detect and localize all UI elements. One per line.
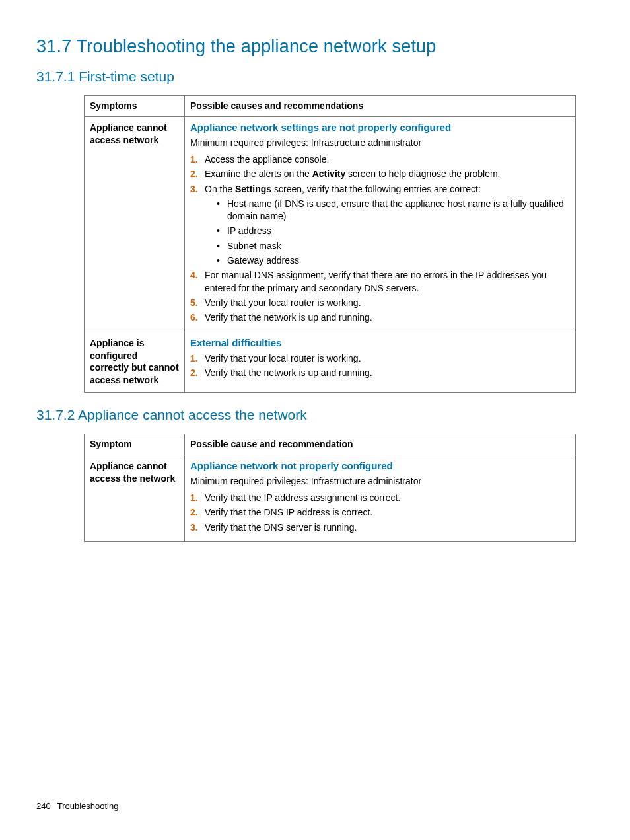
- steps-list: Verify that your local router is working…: [190, 352, 570, 380]
- col-header-causes: Possible causes and recommendations: [185, 96, 576, 117]
- symptom-cell: Appliance cannot access network: [85, 117, 185, 332]
- step-text-pre: On the: [205, 184, 235, 194]
- col-header-symptom: Symptom: [85, 434, 185, 455]
- list-item: Verify that the DNS IP address is correc…: [190, 506, 570, 519]
- symptom-cell: Appliance is configured correctly but ca…: [85, 332, 185, 393]
- list-item: Subnet mask: [205, 240, 570, 252]
- list-item: Host name (if DNS is used, ensure that t…: [205, 198, 570, 223]
- col-header-symptoms: Symptoms: [85, 96, 185, 117]
- list-item: Verify that the network is up and runnin…: [190, 367, 570, 379]
- step-text-post: screen, verify that the following entrie…: [271, 184, 481, 194]
- cause-heading: Appliance network not properly configure…: [190, 460, 570, 471]
- cause-heading: External difficulties: [190, 337, 570, 348]
- table-header-row: Symptom Possible cause and recommendatio…: [85, 434, 576, 455]
- page-footer: 240Troubleshooting: [36, 801, 118, 811]
- list-item: For manual DNS assignment, verify that t…: [190, 269, 570, 295]
- table-row: Appliance cannot access the network Appl…: [85, 455, 576, 542]
- privilege-note: Minimum required privileges: Infrastruct…: [190, 475, 570, 488]
- step-text-bold: Settings: [235, 184, 271, 194]
- section-heading-31-7-2: 31.7.2 Appliance cannot access the netwo…: [36, 407, 594, 423]
- steps-list: Access the appliance console. Examine th…: [190, 153, 570, 325]
- footer-section-name: Troubleshooting: [57, 801, 119, 811]
- list-item: Verify that your local router is working…: [190, 297, 570, 309]
- section-heading-31-7-1: 31.7.1 First-time setup: [36, 69, 594, 85]
- page-content: 31.7 Troubleshooting the appliance netwo…: [0, 0, 630, 542]
- list-item: Access the appliance console.: [190, 153, 570, 166]
- cause-cell: Appliance network settings are not prope…: [185, 117, 576, 332]
- list-item: IP address: [205, 225, 570, 237]
- table-header-row: Symptoms Possible causes and recommendat…: [85, 96, 576, 117]
- list-item: Verify that the IP address assignment is…: [190, 492, 570, 504]
- step-text-post: screen to help diagnose the problem.: [345, 169, 500, 179]
- list-item: Examine the alerts on the Activity scree…: [190, 168, 570, 180]
- table-row: Appliance cannot access network Applianc…: [85, 117, 576, 332]
- troubleshooting-table-first-time-setup: Symptoms Possible causes and recommendat…: [84, 95, 576, 393]
- symptom-cell: Appliance cannot access the network: [85, 455, 185, 542]
- cause-cell: External difficulties Verify that your l…: [185, 332, 576, 393]
- col-header-cause: Possible cause and recommendation: [185, 434, 576, 455]
- cause-cell: Appliance network not properly configure…: [185, 455, 576, 542]
- list-item: Verify that the network is up and runnin…: [190, 311, 570, 324]
- privilege-note: Minimum required privileges: Infrastruct…: [190, 137, 570, 149]
- list-item: Verify that your local router is working…: [190, 352, 570, 365]
- step-text-pre: Examine the alerts on the: [205, 169, 312, 179]
- list-item: On the Settings screen, verify that the …: [190, 183, 570, 268]
- section-heading-31-7: 31.7 Troubleshooting the appliance netwo…: [36, 36, 594, 57]
- steps-list: Verify that the IP address assignment is…: [190, 492, 570, 534]
- list-item: Gateway address: [205, 254, 570, 267]
- table-row: Appliance is configured correctly but ca…: [85, 332, 576, 393]
- troubleshooting-table-cannot-access: Symptom Possible cause and recommendatio…: [84, 434, 576, 542]
- list-item: Verify that the DNS server is running.: [190, 521, 570, 534]
- step-text-bold: Activity: [312, 169, 346, 179]
- cause-heading: Appliance network settings are not prope…: [190, 122, 570, 133]
- page-number: 240: [36, 801, 51, 811]
- sub-bullet-list: Host name (if DNS is used, ensure that t…: [205, 198, 570, 268]
